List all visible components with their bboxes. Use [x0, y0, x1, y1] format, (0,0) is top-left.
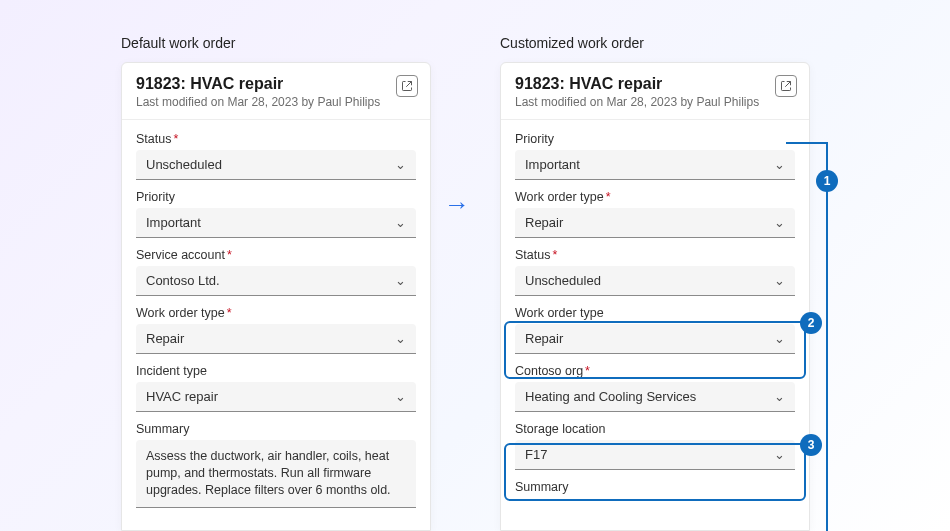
chevron-down-icon: ⌄: [774, 273, 785, 288]
popout-button[interactable]: [775, 75, 797, 97]
callout-line: [826, 142, 828, 531]
chevron-down-icon: ⌄: [395, 215, 406, 230]
contoso-org-select[interactable]: Heating and Cooling Services⌄: [515, 382, 795, 412]
field-incident-type: Incident type HVAC repair⌄: [136, 364, 416, 412]
field-label: Status*: [515, 248, 795, 262]
heading-default: Default work order: [121, 35, 235, 51]
incident-type-select[interactable]: HVAC repair⌄: [136, 382, 416, 412]
card-header: 91823: HVAC repair Last modified on Mar …: [501, 63, 809, 120]
field-label: Summary: [515, 480, 795, 494]
work-order-type-select[interactable]: Repair⌄: [136, 324, 416, 354]
work-order-type-select[interactable]: Repair⌄: [515, 324, 795, 354]
chevron-down-icon: ⌄: [395, 389, 406, 404]
storage-location-select[interactable]: F17⌄: [515, 440, 795, 470]
field-status: Status* Unscheduled⌄: [515, 248, 795, 296]
field-contoso-org: Contoso org* Heating and Cooling Service…: [515, 364, 795, 412]
chevron-down-icon: ⌄: [774, 215, 785, 230]
field-priority: Priority Important⌄: [136, 190, 416, 238]
field-work-order-type: Work order type Repair⌄: [515, 306, 795, 354]
chevron-down-icon: ⌄: [395, 331, 406, 346]
card-default-work-order: 91823: HVAC repair Last modified on Mar …: [121, 62, 431, 531]
callout-badge-1: 1: [816, 170, 838, 192]
field-label: Summary: [136, 422, 416, 436]
chevron-down-icon: ⌄: [774, 331, 785, 346]
field-label: Incident type: [136, 364, 416, 378]
work-order-type-select[interactable]: Repair⌄: [515, 208, 795, 238]
field-label: Work order type*: [136, 306, 416, 320]
callout-badge-3: 3: [800, 434, 822, 456]
card-body: Priority Important⌄ Work order type* Rep…: [501, 120, 809, 494]
card-body: Status* Unscheduled⌄ Priority Important⌄…: [122, 120, 430, 508]
field-priority: Priority Important⌄: [515, 132, 795, 180]
card-title: 91823: HVAC repair: [515, 75, 795, 93]
field-summary: Summary: [515, 480, 795, 494]
status-select[interactable]: Unscheduled⌄: [136, 150, 416, 180]
field-label: Work order type: [515, 306, 795, 320]
field-label: Storage location: [515, 422, 795, 436]
chevron-down-icon: ⌄: [774, 447, 785, 462]
popout-icon: [780, 80, 792, 92]
callout-badge-2: 2: [800, 312, 822, 334]
chevron-down-icon: ⌄: [395, 273, 406, 288]
priority-select[interactable]: Important⌄: [515, 150, 795, 180]
chevron-down-icon: ⌄: [774, 157, 785, 172]
field-label: Status*: [136, 132, 416, 146]
field-label: Priority: [136, 190, 416, 204]
popout-button[interactable]: [396, 75, 418, 97]
status-select[interactable]: Unscheduled⌄: [515, 266, 795, 296]
popout-icon: [401, 80, 413, 92]
chevron-down-icon: ⌄: [395, 157, 406, 172]
callout-line: [786, 142, 828, 144]
field-service-account: Service account* Contoso Ltd.⌄: [136, 248, 416, 296]
field-label: Contoso org*: [515, 364, 795, 378]
priority-select[interactable]: Important⌄: [136, 208, 416, 238]
card-subtitle: Last modified on Mar 28, 2023 by Paul Ph…: [136, 95, 416, 109]
field-label: Work order type*: [515, 190, 795, 204]
card-header: 91823: HVAC repair Last modified on Mar …: [122, 63, 430, 120]
summary-textarea[interactable]: Assess the ductwork, air handler, coils,…: [136, 440, 416, 508]
field-storage-location: Storage location F17⌄: [515, 422, 795, 470]
field-label: Priority: [515, 132, 795, 146]
field-work-order-type: Work order type* Repair⌄: [136, 306, 416, 354]
field-status: Status* Unscheduled⌄: [136, 132, 416, 180]
card-customized-work-order: 91823: HVAC repair Last modified on Mar …: [500, 62, 810, 531]
field-work-order-type-req: Work order type* Repair⌄: [515, 190, 795, 238]
chevron-down-icon: ⌄: [774, 389, 785, 404]
arrow-icon: →: [444, 189, 470, 220]
heading-customized: Customized work order: [500, 35, 644, 51]
card-subtitle: Last modified on Mar 28, 2023 by Paul Ph…: [515, 95, 795, 109]
field-summary: Summary Assess the ductwork, air handler…: [136, 422, 416, 508]
field-label: Service account*: [136, 248, 416, 262]
card-title: 91823: HVAC repair: [136, 75, 416, 93]
service-account-select[interactable]: Contoso Ltd.⌄: [136, 266, 416, 296]
